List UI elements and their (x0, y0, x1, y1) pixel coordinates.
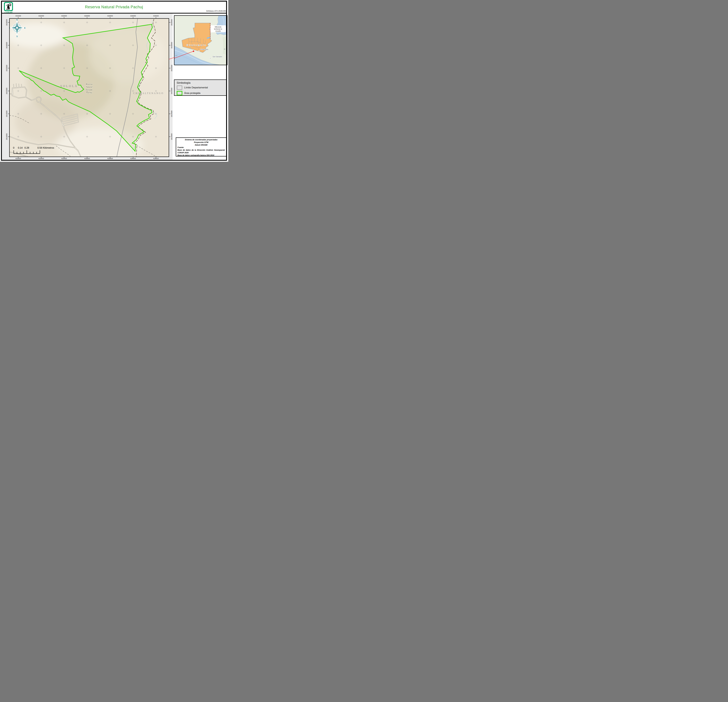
inset-lake-atitlan (190, 48, 191, 49)
svg-text:Reserva: Reserva (85, 83, 92, 85)
y-label-left: 1615500 (6, 65, 7, 72)
y-label-right: 1614000 (171, 134, 173, 140)
inset-city-dot-guatemala (198, 50, 199, 52)
label-solola: SOLOLÁ (61, 84, 78, 88)
legend: Simbología Límite Departamental Área pro… (174, 79, 227, 96)
info-source-heading: Fuente: (178, 146, 225, 149)
info-projection-line: Proyección GTM (178, 141, 225, 144)
y-label-right: 1615000 (171, 88, 173, 94)
x-label-top: 432500 (61, 15, 67, 17)
label-chimaltenango: CHIMALTENANGO (133, 92, 164, 94)
legend-swatch-dept (176, 85, 182, 90)
map-block: SOLOLÁ CHIMALTENANGO Reserva Natural Pri… (2, 13, 173, 160)
x-label-top: 434000 (130, 15, 136, 17)
x-label-top: 432000 (38, 15, 44, 17)
y-label-left: 1616000 (6, 42, 7, 49)
inset-road-number: 721 (175, 55, 178, 56)
compass-e: E (24, 27, 26, 29)
info-source-1: Base de datos de la Dirección Análisis G… (178, 149, 225, 154)
x-label-bottom: 431500 (16, 158, 21, 159)
y-label-left: 1615000 (6, 88, 7, 94)
source-info-box: Sistema de coordenadas proyectadas Proye… (176, 137, 227, 156)
legend-item-limite: Límite Departamental (176, 85, 226, 90)
info-source-2: Base de datos cartografía básica IGN 201… (178, 154, 225, 157)
document-code: DAGeos-472-2026-BS (206, 10, 226, 12)
x-label-bottom: 433500 (107, 158, 113, 159)
x-label-bottom: 433000 (84, 158, 90, 159)
compass-o: O (8, 27, 10, 29)
legend-item-area-protegida: Área protegida (176, 91, 226, 95)
y-label-left: 1616500 (6, 19, 7, 26)
x-label-bottom: 432000 (38, 158, 44, 159)
scale-0: 0 (13, 146, 14, 149)
x-label-bottom: 434500 (153, 158, 159, 159)
header-divider (2, 13, 226, 13)
header: CONAP Reserva Natural Privada Pachuj DAG… (2, 1, 226, 13)
main-map: SOLOLÁ CHIMALTENANGO Reserva Natural Pri… (2, 13, 173, 160)
x-label-top: 431500 (16, 15, 21, 17)
compass-s: S (16, 35, 18, 37)
map-document-page: CONAP Reserva Natural Privada Pachuj DAG… (0, 0, 228, 162)
x-label-bottom: 432500 (61, 158, 67, 159)
x-label-top: 433000 (84, 15, 90, 17)
x-label-top: 434500 (153, 15, 159, 17)
x-label-bottom: 434000 (130, 158, 136, 159)
map-canvas: SOLOLÁ CHIMALTENANGO Reserva Natural Pri… (5, 19, 169, 160)
inset-city-dot-sansalvador (209, 58, 211, 59)
legend-label: Límite Departamental (184, 86, 208, 89)
inset-map-svg: G u a t e m a l a Guatemala San Salvador… (175, 16, 227, 65)
svg-text:Privada: Privada (85, 89, 92, 91)
y-label-left: 1614000 (6, 134, 7, 140)
x-label-top: 433500 (107, 15, 113, 17)
y-label-left: 1614500 (6, 111, 7, 117)
info-crs-line: Sistema de coordenadas proyectadas (178, 138, 225, 141)
inset-reserve-dot (193, 50, 194, 52)
scale-028: 0.28 (25, 146, 29, 149)
inset-note-line: Diferendo (215, 26, 221, 28)
y-label-right: 1616500 (171, 19, 173, 26)
inset-honduras-partial: H o (224, 48, 227, 50)
scale-014: 0.14 (18, 146, 23, 149)
compass-n: N (16, 19, 18, 21)
inset-connector-line (168, 57, 175, 60)
svg-text:Natural: Natural (86, 86, 92, 88)
inset-note-box: Diferendo territorial no resuelto (210, 25, 226, 32)
y-label-right: 1616000 (171, 42, 173, 49)
y-label-right: 1614500 (171, 111, 173, 117)
scale-056: 0.56 Kilómetros (38, 146, 54, 149)
inset-city2-label: San Salvador (212, 56, 222, 58)
svg-text:Pachuj: Pachuj (86, 91, 92, 94)
inset-note-line: territorial no (214, 28, 222, 30)
y-label-right: 1615500 (171, 65, 173, 72)
inset-country-label: G u a t e m a l a (186, 44, 206, 46)
inset-locator-map: G u a t e m a l a Guatemala San Salvador… (174, 15, 227, 65)
inset-city-label: Guatemala (200, 49, 208, 50)
legend-label: Área protegida (184, 92, 201, 95)
legend-swatch-protected (176, 91, 182, 95)
inset-note-line: resuelto (215, 30, 221, 32)
page-title: Reserva Natural Privada Pachuj (2, 5, 226, 9)
info-datum-line: Datum WGS84 (178, 144, 225, 146)
legend-title: Simbología (176, 81, 226, 84)
